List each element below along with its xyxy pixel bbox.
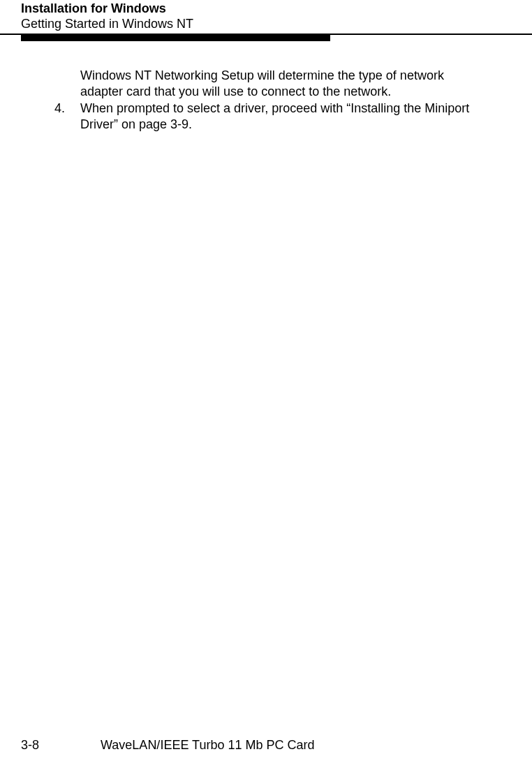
footer-doc-title: WaveLAN/IEEE Turbo 11 Mb PC Card — [101, 738, 314, 753]
list-item-number: 4. — [54, 101, 80, 132]
page-footer: 3-8 WaveLAN/IEEE Turbo 11 Mb PC Card — [0, 738, 532, 753]
header-title: Installation for Windows — [21, 1, 532, 17]
page-number: 3-8 — [21, 738, 39, 753]
page-header: Installation for Windows Getting Started… — [0, 0, 532, 31]
header-subtitle: Getting Started in Windows NT — [21, 17, 532, 32]
page-content: Windows NT Networking Setup will determi… — [0, 41, 532, 132]
list-item-text: When prompted to select a driver, procee… — [80, 101, 476, 132]
header-accent-bar — [21, 35, 330, 41]
body-paragraph: Windows NT Networking Setup will determi… — [80, 68, 476, 99]
numbered-list-item: 4. When prompted to select a driver, pro… — [80, 101, 476, 132]
